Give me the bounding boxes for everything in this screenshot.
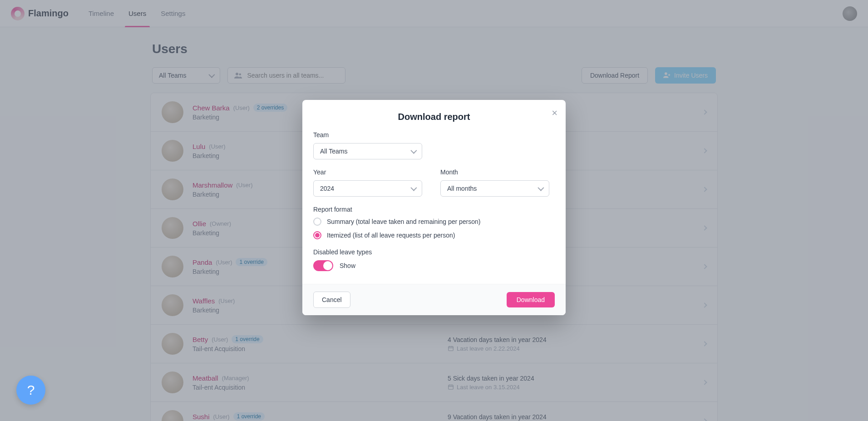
chevron-down-icon bbox=[410, 148, 417, 154]
format-itemized-label: Itemized (list of all leave requests per… bbox=[327, 232, 455, 239]
modal-overlay[interactable]: Download report × Team All Teams Year 20… bbox=[0, 0, 868, 421]
chevron-down-icon bbox=[538, 185, 544, 191]
cancel-button[interactable]: Cancel bbox=[313, 292, 350, 308]
download-button[interactable]: Download bbox=[507, 292, 555, 307]
disabled-types-toggle[interactable] bbox=[313, 260, 333, 271]
help-icon: ? bbox=[27, 382, 35, 398]
month-label: Month bbox=[440, 168, 555, 176]
disabled-toggle-label: Show bbox=[340, 262, 355, 269]
radio-icon bbox=[313, 231, 321, 239]
disabled-toggle-wrap: Show bbox=[313, 260, 555, 271]
modal-title: Download report bbox=[313, 112, 555, 122]
team-field: Team All Teams bbox=[313, 131, 555, 159]
close-icon[interactable]: × bbox=[552, 108, 557, 118]
disabled-types-label: Disabled leave types bbox=[313, 248, 555, 256]
month-field: Month All months bbox=[440, 168, 555, 197]
download-report-modal: Download report × Team All Teams Year 20… bbox=[302, 100, 566, 315]
team-select[interactable]: All Teams bbox=[313, 143, 422, 159]
format-label: Report format bbox=[313, 206, 555, 213]
disabled-types-field: Disabled leave types Show bbox=[313, 248, 555, 271]
format-itemized-radio[interactable]: Itemized (list of all leave requests per… bbox=[313, 231, 555, 239]
year-field: Year 2024 bbox=[313, 168, 428, 197]
team-label: Team bbox=[313, 131, 555, 139]
team-select-value: All Teams bbox=[320, 148, 347, 155]
format-summary-radio[interactable]: Summary (total leave taken and remaining… bbox=[313, 218, 555, 226]
month-select-value: All months bbox=[447, 185, 477, 192]
year-select[interactable]: 2024 bbox=[313, 180, 422, 197]
format-summary-label: Summary (total leave taken and remaining… bbox=[327, 218, 481, 225]
help-button[interactable]: ? bbox=[16, 376, 45, 405]
modal-header: Download report × bbox=[302, 100, 566, 126]
year-label: Year bbox=[313, 168, 428, 176]
radio-icon bbox=[313, 218, 321, 226]
chevron-down-icon bbox=[410, 185, 417, 191]
format-radio-group: Summary (total leave taken and remaining… bbox=[313, 218, 555, 239]
month-select[interactable]: All months bbox=[440, 180, 549, 197]
year-select-value: 2024 bbox=[320, 185, 334, 192]
format-field: Report format Summary (total leave taken… bbox=[313, 206, 555, 239]
modal-footer: Cancel Download bbox=[302, 284, 566, 315]
modal-body: Team All Teams Year 2024 Month bbox=[302, 126, 566, 284]
year-month-row: Year 2024 Month All months bbox=[313, 168, 555, 206]
